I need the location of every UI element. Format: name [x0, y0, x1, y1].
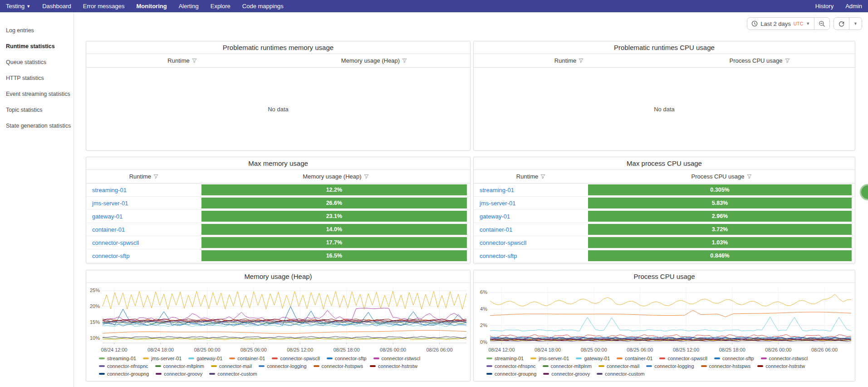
sidebar-item-state-generation-statistics[interactable]: State generation statistics: [0, 118, 74, 134]
legend-item-jms-server-01[interactable]: jms-server-01: [530, 356, 569, 361]
legend-label: connector-groovy: [551, 371, 590, 377]
sidebar-item-log-entries[interactable]: Log entries: [0, 22, 74, 38]
refresh-interval-dropdown[interactable]: ▼: [849, 18, 862, 30]
time-range-picker[interactable]: Last 2 days UTC ▼: [747, 18, 814, 30]
legend-item-container-01[interactable]: container-01: [617, 356, 652, 361]
legend-item-streaming-01[interactable]: streaming-01: [99, 356, 136, 361]
legend-item-connector-spwscll[interactable]: connector-spwscll: [272, 356, 319, 361]
legend-item-connector-groupng[interactable]: connector-groupng: [486, 371, 536, 377]
filter-icon[interactable]: [579, 58, 584, 63]
runtime-link[interactable]: streaming-01: [474, 184, 588, 196]
legend-label: connector-spwscll: [280, 356, 319, 361]
legend-color-dash: [543, 373, 549, 375]
legend-item-connector-logging[interactable]: connector-logging: [646, 363, 694, 369]
filter-icon[interactable]: [364, 174, 369, 179]
legend-item-connector-mltplnm[interactable]: connector-mltplnm: [543, 363, 592, 369]
legend-item-connector-rstwscl[interactable]: connector-rstwscl: [373, 356, 421, 361]
nav-item-code-mappings[interactable]: Code mappings: [236, 0, 289, 12]
runtime-link[interactable]: gateway-01: [474, 210, 588, 223]
runtime-link[interactable]: connector-spwscll: [474, 236, 588, 249]
runtime-link[interactable]: connector-spwscll: [86, 236, 201, 249]
table-body: streaming-0112.2%jms-server-0126.6%gatew…: [86, 184, 470, 263]
value-bar-cell: 5.83%: [588, 197, 855, 209]
nav-item-history[interactable]: History: [809, 0, 839, 12]
legend-item-connector-rstwscl[interactable]: connector-rstwscl: [761, 356, 808, 361]
nav-item-admin[interactable]: Admin: [839, 0, 868, 12]
legend-item-connector-groupng[interactable]: connector-groupng: [99, 371, 149, 377]
legend-item-connector-custom[interactable]: connector-custom: [209, 371, 257, 377]
legend-label: connector-hstrstw: [765, 363, 805, 369]
legend-item-connector-mltplnm[interactable]: connector-mltplnm: [155, 363, 204, 369]
nav-item-testing[interactable]: Testing▼: [0, 0, 36, 12]
legend-color-dash: [99, 357, 105, 359]
legend-item-gateway-01[interactable]: gateway-01: [576, 356, 610, 361]
nav-item-dashboard[interactable]: Dashboard: [36, 0, 77, 12]
legend-item-connector-sftp[interactable]: connector-sftp: [714, 356, 754, 361]
cpu-usage-line-chart[interactable]: 08/24 12:0008/24 18:0008/25 00:0008/25 0…: [474, 283, 855, 355]
legend-item-connector-logging[interactable]: connector-logging: [259, 363, 306, 369]
table-row: connector-spwscll17.7%: [86, 236, 470, 249]
value-bar-cell: 1.03%: [588, 236, 855, 249]
runtime-link[interactable]: connector-sftp: [474, 249, 588, 262]
filter-icon[interactable]: [402, 58, 407, 63]
series-line-jms-server-01: [490, 294, 851, 307]
nav-item-error-messages[interactable]: Error messages: [77, 0, 131, 12]
legend-item-connector-nfnspnc[interactable]: connector-nfnspnc: [486, 363, 536, 369]
table-row: gateway-0123.1%: [86, 210, 470, 223]
legend-item-connector-hstspws[interactable]: connector-hstspws: [701, 363, 751, 369]
svg-text:08/24 18:00: 08/24 18:00: [535, 347, 561, 352]
legend-color-dash: [370, 365, 376, 367]
sidebar-item-runtime-statistics[interactable]: Runtime statistics: [0, 38, 74, 54]
value-bar: 16.5%: [201, 250, 467, 261]
legend-item-connector-custom[interactable]: connector-custom: [597, 371, 644, 377]
column-header-value: Process CPU usage: [588, 170, 855, 183]
sidebar-item-queue-statistics[interactable]: Queue statistics: [0, 54, 74, 70]
runtime-link[interactable]: jms-server-01: [86, 197, 201, 209]
table-row: connector-sftp0.846%: [474, 249, 855, 263]
legend-item-connector-nfnspnc[interactable]: connector-nfnspnc: [99, 363, 148, 369]
no-data-text: No data: [86, 106, 470, 113]
zoom-out-button[interactable]: [814, 18, 829, 30]
legend-item-container-01[interactable]: container-01: [229, 356, 265, 361]
legend-item-connector-hstspws[interactable]: connector-hstspws: [314, 363, 363, 369]
runtime-link[interactable]: container-01: [86, 223, 201, 236]
runtime-link[interactable]: jms-server-01: [474, 197, 588, 209]
table-row: connector-spwscll1.03%: [474, 236, 855, 249]
legend-item-connector-hstrstw[interactable]: connector-hstrstw: [757, 363, 805, 369]
legend-item-connector-mail[interactable]: connector-mail: [598, 363, 639, 369]
svg-text:08/25 18:00: 08/25 18:00: [333, 347, 360, 352]
filter-icon[interactable]: [153, 174, 158, 179]
runtime-link[interactable]: connector-sftp: [86, 249, 201, 262]
legend-label: container-01: [625, 356, 652, 361]
refresh-button[interactable]: [834, 18, 849, 30]
legend-item-streaming-01[interactable]: streaming-01: [486, 356, 524, 361]
nav-item-alerting[interactable]: Alerting: [173, 0, 205, 12]
svg-text:08/25 00:00: 08/25 00:00: [581, 347, 607, 352]
legend-label: connector-spwscll: [667, 356, 707, 361]
legend-item-connector-sftp[interactable]: connector-sftp: [327, 356, 367, 361]
table-row: container-0114.0%: [86, 223, 470, 236]
legend-item-connector-groovy[interactable]: connector-groovy: [156, 371, 202, 377]
sidebar-item-event-streaming-statistics[interactable]: Event streaming statistics: [0, 86, 74, 102]
runtime-link[interactable]: container-01: [474, 223, 588, 236]
legend-item-connector-spwscll[interactable]: connector-spwscll: [659, 356, 707, 361]
nav-item-monitoring[interactable]: Monitoring: [130, 0, 172, 12]
sidebar-item-topic-statistics[interactable]: Topic statistics: [0, 102, 74, 118]
legend-item-connector-mail[interactable]: connector-mail: [211, 363, 252, 369]
nav-item-explore[interactable]: Explore: [205, 0, 236, 12]
runtime-link[interactable]: gateway-01: [86, 210, 201, 223]
filter-icon[interactable]: [540, 174, 545, 179]
sidebar-item-http-statistics[interactable]: HTTP statistics: [0, 70, 74, 86]
filter-icon[interactable]: [747, 174, 752, 179]
legend-item-jms-server-01[interactable]: jms-server-01: [143, 356, 181, 361]
runtime-link[interactable]: streaming-01: [86, 184, 201, 196]
legend-item-gateway-01[interactable]: gateway-01: [188, 356, 222, 361]
filter-icon[interactable]: [785, 58, 790, 63]
value-bar-cell: 0.846%: [588, 249, 855, 262]
legend-label: connector-rstwscl: [382, 356, 421, 361]
filter-icon[interactable]: [192, 58, 197, 63]
legend-item-connector-groovy[interactable]: connector-groovy: [543, 371, 590, 377]
legend-item-connector-hstrstw[interactable]: connector-hstrstw: [370, 363, 417, 369]
memory-usage-line-chart[interactable]: 08/24 12:0008/24 18:0008/25 00:0008/25 0…: [86, 283, 470, 355]
legend-color-dash: [617, 357, 623, 359]
